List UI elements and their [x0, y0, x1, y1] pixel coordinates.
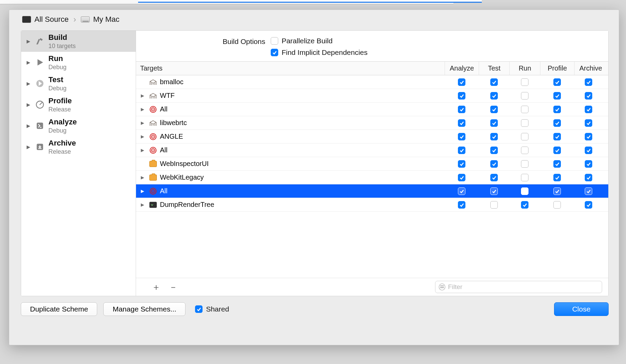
col-run[interactable]: Run: [509, 62, 540, 75]
analyze-checkbox[interactable]: [458, 174, 465, 181]
archive-checkbox[interactable]: [585, 106, 592, 113]
filter-input[interactable]: [448, 283, 598, 291]
run-checkbox[interactable]: [521, 174, 528, 181]
test-checkbox[interactable]: [490, 119, 498, 127]
table-row[interactable]: ▶All: [136, 184, 608, 198]
run-checkbox[interactable]: [521, 133, 528, 140]
table-row[interactable]: ▶WTF: [136, 89, 608, 103]
sidebar-item-test[interactable]: ▶TestDebug: [21, 73, 136, 94]
test-checkbox[interactable]: [490, 147, 498, 154]
analyze-checkbox[interactable]: [458, 92, 465, 100]
sidebar-item-profile[interactable]: ▶ProfileRelease: [21, 94, 136, 115]
disclosure-triangle-icon[interactable]: ▶: [141, 202, 146, 207]
add-target-button[interactable]: ＋: [152, 283, 161, 291]
analyze-checkbox[interactable]: [458, 187, 465, 195]
profile-checkbox[interactable]: [553, 119, 561, 127]
disclosure-triangle-icon[interactable]: ▶: [141, 93, 146, 98]
test-checkbox[interactable]: [490, 92, 498, 100]
run-checkbox[interactable]: [521, 147, 528, 154]
col-targets[interactable]: Targets: [136, 62, 445, 75]
test-checkbox[interactable]: [490, 78, 498, 86]
target-name: DumpRenderTree: [160, 201, 214, 209]
target-name: WTF: [160, 92, 175, 100]
disclosure-triangle-icon[interactable]: ▶: [141, 107, 146, 112]
analyze-checkbox[interactable]: [458, 147, 465, 154]
run-checkbox[interactable]: [521, 160, 528, 168]
profile-checkbox[interactable]: [553, 147, 561, 154]
archive-checkbox[interactable]: [585, 133, 592, 140]
close-button[interactable]: Close: [554, 302, 609, 316]
table-row[interactable]: ▶WebKitLegacy: [136, 171, 608, 184]
archive-checkbox[interactable]: [585, 160, 592, 168]
profile-checkbox[interactable]: [553, 106, 561, 113]
profile-checkbox[interactable]: [553, 133, 561, 140]
disclosure-triangle-icon[interactable]: ▶: [27, 144, 31, 150]
profile-checkbox[interactable]: [553, 174, 561, 181]
profile-checkbox[interactable]: [553, 78, 561, 86]
disclosure-triangle-icon[interactable]: ▶: [141, 175, 146, 180]
disclosure-triangle-icon[interactable]: ▶: [141, 188, 146, 194]
profile-checkbox[interactable]: [553, 201, 561, 209]
analyze-checkbox[interactable]: [458, 119, 465, 127]
analyze-checkbox[interactable]: [458, 133, 465, 140]
parallelize-build-checkbox[interactable]: [271, 37, 278, 45]
sidebar-item-archive[interactable]: ▶ArchiveRelease: [21, 136, 136, 157]
table-row[interactable]: ▶bmalloc: [136, 75, 608, 89]
table-row[interactable]: ▶libwebrtc: [136, 116, 608, 130]
archive-checkbox[interactable]: [585, 174, 592, 181]
test-checkbox[interactable]: [490, 201, 498, 209]
archive-checkbox[interactable]: [585, 201, 592, 209]
run-checkbox[interactable]: [521, 106, 528, 113]
archive-checkbox[interactable]: [585, 187, 592, 195]
shared-checkbox[interactable]: [195, 305, 203, 313]
analyze-checkbox[interactable]: [458, 160, 465, 168]
test-checkbox[interactable]: [490, 187, 498, 195]
run-checkbox[interactable]: [521, 78, 528, 86]
disclosure-triangle-icon[interactable]: ▶: [27, 81, 31, 86]
table-row[interactable]: ▶WebInspectorUI: [136, 157, 608, 171]
test-checkbox[interactable]: [490, 160, 498, 168]
sidebar-item-build[interactable]: ▶Build10 targets: [21, 31, 136, 52]
remove-target-button[interactable]: －: [169, 283, 178, 291]
profile-checkbox[interactable]: [553, 187, 561, 195]
table-row[interactable]: ▶All: [136, 143, 608, 157]
breadcrumb-scheme[interactable]: All Source: [34, 15, 69, 24]
duplicate-scheme-button[interactable]: Duplicate Scheme: [21, 302, 97, 316]
run-checkbox[interactable]: [521, 119, 528, 127]
col-analyze[interactable]: Analyze: [445, 62, 479, 75]
run-checkbox[interactable]: [521, 92, 528, 100]
col-test[interactable]: Test: [479, 62, 509, 75]
archive-checkbox[interactable]: [585, 78, 592, 86]
test-checkbox[interactable]: [490, 133, 498, 140]
table-row[interactable]: ▶ANGLE: [136, 130, 608, 143]
sidebar-item-run[interactable]: ▶RunDebug: [21, 52, 136, 73]
disclosure-triangle-icon[interactable]: ▶: [27, 102, 31, 107]
disclosure-triangle-icon[interactable]: ▶: [27, 60, 31, 65]
analyze-checkbox[interactable]: [458, 78, 465, 86]
filter-field[interactable]: [435, 281, 602, 293]
archive-checkbox[interactable]: [585, 147, 592, 154]
analyze-checkbox[interactable]: [458, 106, 465, 113]
profile-checkbox[interactable]: [553, 92, 561, 100]
disclosure-triangle-icon[interactable]: ▶: [27, 123, 31, 128]
analyze-checkbox[interactable]: [458, 201, 465, 209]
breadcrumb-destination[interactable]: My Mac: [93, 15, 119, 24]
sidebar-item-analyze[interactable]: ▶AnalyzeDebug: [21, 115, 136, 136]
test-checkbox[interactable]: [490, 106, 498, 113]
table-row[interactable]: ▶DumpRenderTree: [136, 198, 608, 212]
test-checkbox[interactable]: [490, 174, 498, 181]
manage-schemes-button[interactable]: Manage Schemes...: [103, 302, 185, 316]
col-archive[interactable]: Archive: [574, 62, 608, 75]
archive-checkbox[interactable]: [585, 92, 592, 100]
disclosure-triangle-icon[interactable]: ▶: [141, 148, 146, 153]
col-profile[interactable]: Profile: [540, 62, 574, 75]
table-row[interactable]: ▶All: [136, 103, 608, 116]
run-checkbox[interactable]: [521, 187, 528, 195]
disclosure-triangle-icon[interactable]: ▶: [27, 39, 31, 44]
profile-checkbox[interactable]: [553, 160, 561, 168]
archive-checkbox[interactable]: [585, 119, 592, 127]
run-checkbox[interactable]: [521, 201, 528, 209]
disclosure-triangle-icon[interactable]: ▶: [141, 120, 146, 125]
disclosure-triangle-icon[interactable]: ▶: [141, 134, 146, 139]
implicit-deps-checkbox[interactable]: [271, 49, 278, 56]
